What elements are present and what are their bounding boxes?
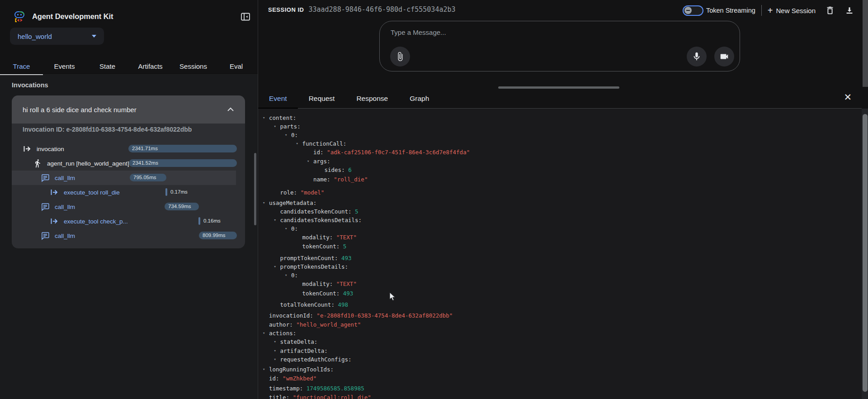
duration-label: 0.16ms [203, 217, 221, 225]
new-session-button[interactable]: + New Session [768, 5, 816, 16]
json-row-name: name: "roll_die" [258, 175, 862, 184]
json-key: candidatesTokenCount: [280, 208, 352, 215]
collapse-triangle-icon[interactable]: ▾ [274, 347, 276, 355]
collapse-triangle-icon[interactable]: ▾ [263, 199, 265, 207]
trace-span-call_llm[interactable]: call_llm734.59ms [12, 200, 245, 214]
trace-span-call_llm[interactable]: call_llm795.05ms [12, 171, 245, 185]
duration-tick [198, 217, 200, 225]
trace-span-agent_run[interactable]: agent_run [hello_world_agent]2341.52ms [12, 156, 245, 171]
json-row-invocationId: invocationId: "e-2808fd10-6383-4754-8de4… [258, 311, 862, 320]
tab-events[interactable]: Events [43, 58, 86, 75]
json-key: invocationId: [269, 312, 313, 319]
json-row-requestedAuthConfigs[interactable]: ▾requestedAuthConfigs: [258, 355, 862, 364]
collapse-triangle-icon[interactable]: ▾ [296, 139, 298, 148]
json-row-tokenCount: tokenCount: 5 [258, 242, 862, 251]
tab-event[interactable]: Event [258, 89, 298, 108]
json-row-0[interactable]: ▾0: [258, 131, 862, 139]
json-row-usageMetadata[interactable]: ▾usageMetadata: [258, 199, 862, 207]
collapse-triangle-icon[interactable]: ▾ [274, 216, 276, 224]
delete-session-icon[interactable] [825, 5, 835, 15]
json-scrollbar-thumb[interactable] [863, 114, 868, 392]
tab-graph[interactable]: Graph [399, 89, 440, 108]
collapse-triangle-icon[interactable]: ▾ [263, 114, 265, 122]
json-key: longRunningToolIds: [269, 366, 334, 373]
invocations-label: Invocations [12, 81, 48, 89]
sidebar: Agent Development Kit hello_world TraceE… [0, 0, 258, 399]
export-session-icon[interactable] [844, 5, 854, 15]
chat-scrollbar[interactable] [863, 0, 868, 87]
tab-state[interactable]: State [86, 58, 129, 75]
json-key: tokenCount: [302, 243, 340, 250]
token-streaming-toggle[interactable] [683, 5, 703, 16]
trace-span-call_llm[interactable]: call_llm809.99ms [12, 228, 245, 243]
json-row-longRunningToolIds[interactable]: ▾longRunningToolIds: [258, 365, 862, 374]
json-row-promptTokensDetails[interactable]: ▾promptTokensDetails: [258, 262, 862, 271]
json-key: name: [313, 176, 330, 183]
collapse-triangle-icon[interactable]: ▾ [307, 157, 309, 166]
trace-span-invocation[interactable]: invocation2341.71ms [12, 142, 245, 156]
json-row-artifactDelta[interactable]: ▾artifactDelta: [258, 347, 862, 355]
json-row-promptTokenCount: promptTokenCount: 493 [258, 254, 862, 262]
trace-span-execute_tool[interactable]: execute_tool roll_die0.17ms [12, 185, 245, 200]
event-tabs: EventRequestResponseGraph [258, 89, 862, 109]
chat-icon [41, 202, 50, 211]
json-row-functionCall[interactable]: ▾functionCall: [258, 139, 862, 148]
json-key: promptTokensDetails: [280, 263, 349, 270]
span-label: agent_run [hello_world_agent] [47, 160, 129, 167]
chat-icon [41, 231, 50, 240]
json-row-stateDelta[interactable]: ▾stateDelta: [258, 337, 862, 346]
json-row-actions[interactable]: ▾actions: [258, 329, 862, 337]
json-row-role: role: "model" [258, 188, 862, 197]
agent-select[interactable]: hello_world [10, 28, 104, 45]
json-row-candidatesTokensDetails[interactable]: ▾candidatesTokensDetails: [258, 216, 862, 224]
chevron-up-icon[interactable] [227, 107, 234, 112]
sidebar-scrollbar[interactable] [254, 153, 256, 225]
span-label: call_llm [55, 233, 75, 239]
json-row-parts[interactable]: ▾parts: [258, 122, 862, 131]
json-key: totalTokenCount: [280, 301, 335, 308]
adk-logo-icon [14, 10, 25, 22]
json-value: "roll_die" [330, 176, 368, 183]
json-row-args[interactable]: ▾args: [258, 157, 862, 166]
horizontal-scrollbar[interactable] [498, 86, 619, 89]
microphone-icon[interactable] [687, 47, 707, 66]
json-key: 0: [291, 132, 298, 138]
tab-artifacts[interactable]: Artifacts [129, 58, 172, 75]
collapse-triangle-icon[interactable]: ▾ [274, 262, 276, 271]
collapse-triangle-icon[interactable]: ▾ [274, 337, 276, 346]
json-row-0[interactable]: ▾0: [258, 271, 862, 280]
tab-trace[interactable]: Trace [0, 58, 43, 75]
tab-sessions[interactable]: Sessions [172, 58, 215, 75]
json-key: requestedAuthConfigs: [280, 356, 352, 363]
collapse-triangle-icon[interactable]: ▾ [274, 122, 276, 131]
video-icon[interactable] [714, 47, 734, 66]
json-row-0[interactable]: ▾0: [258, 224, 862, 233]
json-row-content[interactable]: ▾content: [258, 114, 862, 122]
attach-file-icon[interactable] [390, 47, 410, 66]
collapse-triangle-icon[interactable]: ▾ [285, 271, 287, 280]
message-input[interactable]: Type a Message... [391, 28, 446, 36]
json-key: timestamp: [269, 385, 303, 392]
tab-response[interactable]: Response [345, 89, 399, 108]
collapse-triangle-icon[interactable]: ▾ [274, 355, 276, 364]
sidebar-tabs: TraceEventsStateArtifactsSessionsEval [0, 58, 258, 75]
tab-eval[interactable]: Eval [215, 58, 258, 75]
invocation-card-header[interactable]: hi roll a 6 side dice and check number [12, 95, 245, 124]
collapse-triangle-icon[interactable]: ▾ [263, 329, 265, 337]
json-key: actions: [269, 330, 296, 337]
json-key: role: [280, 189, 297, 196]
json-row-timestamp: timestamp: 1749586585.858985 [258, 384, 862, 393]
trace-tree: invocation2341.71msagent_run [hello_worl… [12, 142, 245, 243]
collapse-panel-icon[interactable] [241, 12, 250, 22]
json-key: usageMetadata: [269, 200, 316, 206]
json-value: "wmZhkbed" [279, 375, 317, 382]
json-value: "functionCall:roll_die" [289, 394, 371, 399]
close-icon[interactable]: ✕ [844, 92, 852, 102]
tab-request[interactable]: Request [298, 89, 346, 108]
duration-bar: 734.59ms [165, 203, 199, 210]
collapse-triangle-icon[interactable]: ▾ [263, 365, 265, 374]
invocation-title: hi roll a 6 side dice and check number [23, 106, 227, 114]
collapse-triangle-icon[interactable]: ▾ [285, 131, 287, 139]
collapse-triangle-icon[interactable]: ▾ [285, 224, 287, 233]
trace-span-execute_tool[interactable]: execute_tool check_p...0.16ms [12, 214, 245, 228]
